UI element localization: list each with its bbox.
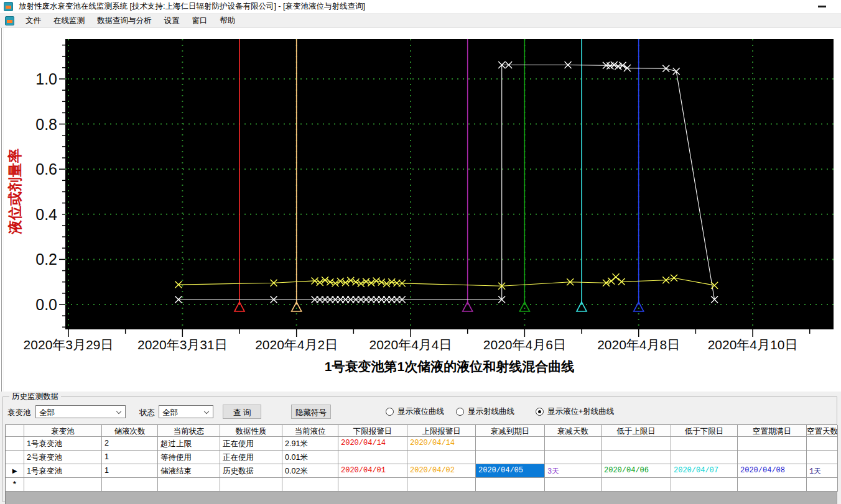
status-filter-combobox[interactable]: 全部 [159, 405, 213, 418]
table-cell[interactable] [545, 451, 602, 464]
table-cell[interactable] [807, 437, 838, 451]
row-selector[interactable] [6, 437, 24, 451]
row-selector[interactable]: * [6, 478, 24, 492]
table-cell[interactable] [407, 451, 476, 464]
status-filter-label: 状态 [139, 408, 155, 418]
column-header-11[interactable]: 空置期满日 [738, 425, 807, 437]
hide-symbols-button[interactable]: 隐藏符号 [291, 405, 331, 419]
menu-item-2[interactable]: 数据查询与分析 [91, 14, 158, 28]
menu-bar: 文件在线监测数据查询与分析设置窗口帮助 [0, 14, 841, 28]
table-cell[interactable]: 正在使用 [220, 451, 282, 464]
query-button[interactable]: 查 询 [223, 405, 261, 419]
menu-item-5[interactable]: 帮助 [214, 14, 242, 28]
table-cell[interactable] [671, 478, 738, 492]
column-header-5[interactable]: 下限报警日 [338, 425, 407, 437]
table-cell[interactable]: 历史数据 [220, 464, 282, 478]
column-header-12[interactable]: 空置天数 [807, 425, 838, 437]
table-cell[interactable] [671, 437, 738, 451]
table-cell[interactable] [807, 478, 838, 492]
column-header-8[interactable]: 衰减天数 [545, 425, 602, 437]
table-cell[interactable]: 2020/04/07 [671, 464, 738, 478]
table-cell[interactable] [545, 478, 602, 492]
table-cell[interactable]: 0.01米 [282, 451, 338, 464]
table-cell[interactable] [671, 451, 738, 464]
table-cell[interactable]: 0.02米 [282, 464, 338, 478]
table-cell[interactable]: 2020/04/08 [738, 464, 807, 478]
table-cell[interactable] [476, 437, 545, 451]
table-cell[interactable] [102, 478, 158, 492]
table-cell[interactable] [602, 437, 671, 451]
table-cell[interactable]: 2020/04/14 [407, 437, 476, 451]
radio-circle-icon [536, 408, 544, 416]
app-logo-inner [6, 6, 11, 9]
table-cell[interactable] [602, 478, 671, 492]
table-cell[interactable] [282, 478, 338, 492]
table-cell[interactable] [476, 478, 545, 492]
table-row[interactable]: 1号衰变池2超过上限正在使用2.91米2020/04/142020/04/14 [6, 437, 837, 451]
table-cell[interactable]: 1 [102, 451, 158, 464]
menu-item-3[interactable]: 设置 [158, 14, 186, 28]
table-cell[interactable]: 2020/04/01 [338, 464, 407, 478]
column-header-6[interactable]: 上限报警日 [407, 425, 476, 437]
table-cell[interactable] [338, 451, 407, 464]
chevron-down-icon [116, 409, 121, 414]
table-cell[interactable] [738, 437, 807, 451]
x-tick-label: 2020年4月6日 [483, 337, 566, 352]
table-cell[interactable] [24, 478, 102, 492]
column-header-7[interactable]: 衰减到期日 [476, 425, 545, 437]
column-header-2[interactable]: 当前状态 [158, 425, 220, 437]
table-cell[interactable]: 2号衰变池 [24, 451, 102, 464]
groupbox-title: 历史监测数据 [9, 392, 61, 402]
table-cell[interactable]: 2020/04/14 [338, 437, 407, 451]
minimize-icon[interactable] [818, 6, 826, 7]
radio-label: 显示液位曲线 [397, 406, 444, 417]
table-cell[interactable] [807, 451, 838, 464]
table-cell[interactable]: 1 [102, 464, 158, 478]
chart-region: 0.00.20.40.60.81.02020年3月29日2020年3月31日20… [0, 28, 841, 392]
table-row[interactable]: ▶1号衰变池1储液结束历史数据0.02米2020/04/012020/04/02… [6, 464, 837, 478]
table-cell[interactable] [476, 451, 545, 464]
curve-radio-1[interactable]: 显示射线曲线 [456, 406, 514, 416]
column-header-4[interactable]: 当前液位 [282, 425, 338, 437]
table-cell[interactable]: 1天 [807, 464, 838, 478]
row-selector[interactable] [6, 451, 24, 464]
curve-radio-0[interactable]: 显示液位曲线 [386, 406, 444, 416]
curve-radio-2[interactable]: 显示液位+射线曲线 [536, 406, 614, 416]
table-cell[interactable]: 等待使用 [158, 451, 220, 464]
table-cell[interactable]: 1号衰变池 [24, 464, 102, 478]
table-cell[interactable]: 2 [102, 437, 158, 451]
pool-filter-combobox[interactable]: 全部 [35, 405, 126, 418]
table-cell[interactable] [738, 451, 807, 464]
table-cell[interactable]: 2020/04/02 [407, 464, 476, 478]
table-cell[interactable] [738, 478, 807, 492]
title-bar: 放射性废水衰变池在线监测系统 [技术支持:上海仁日辐射防护设备有限公司] - [… [0, 0, 841, 14]
column-header-10[interactable]: 低于下限日 [671, 425, 738, 437]
table-cell[interactable] [220, 478, 282, 492]
plot-area [65, 39, 834, 329]
radio-circle-icon [386, 408, 394, 416]
x-tick-label: 2020年4月2日 [255, 337, 338, 352]
table-cell[interactable]: 2.91米 [282, 437, 338, 451]
table-cell[interactable] [407, 478, 476, 492]
table-cell[interactable]: 超过上限 [158, 437, 220, 451]
table-row[interactable]: * [6, 478, 837, 492]
table-cell[interactable]: 3天 [545, 464, 602, 478]
table-cell[interactable]: 正在使用 [220, 437, 282, 451]
column-header-0[interactable]: 衰变池 [24, 425, 102, 437]
column-header-3[interactable]: 数据性质 [220, 425, 282, 437]
column-header-1[interactable]: 储液次数 [102, 425, 158, 437]
table-cell[interactable] [602, 451, 671, 464]
table-row[interactable]: 2号衰变池1等待使用正在使用0.01米 [6, 451, 837, 464]
table-cell[interactable]: 1号衰变池 [24, 437, 102, 451]
menu-item-0[interactable]: 文件 [19, 14, 47, 28]
table-cell[interactable]: 2020/04/06 [602, 464, 671, 478]
menu-item-1[interactable]: 在线监测 [47, 14, 91, 28]
table-cell[interactable] [545, 437, 602, 451]
table-cell[interactable] [338, 478, 407, 492]
menu-item-4[interactable]: 窗口 [186, 14, 214, 28]
column-header-9[interactable]: 低于上限日 [602, 425, 671, 437]
row-selector[interactable]: ▶ [6, 464, 24, 478]
table-cell[interactable]: 储液结束 [158, 464, 220, 478]
table-cell[interactable] [158, 478, 220, 492]
table-cell[interactable]: 2020/04/05 [476, 464, 545, 478]
